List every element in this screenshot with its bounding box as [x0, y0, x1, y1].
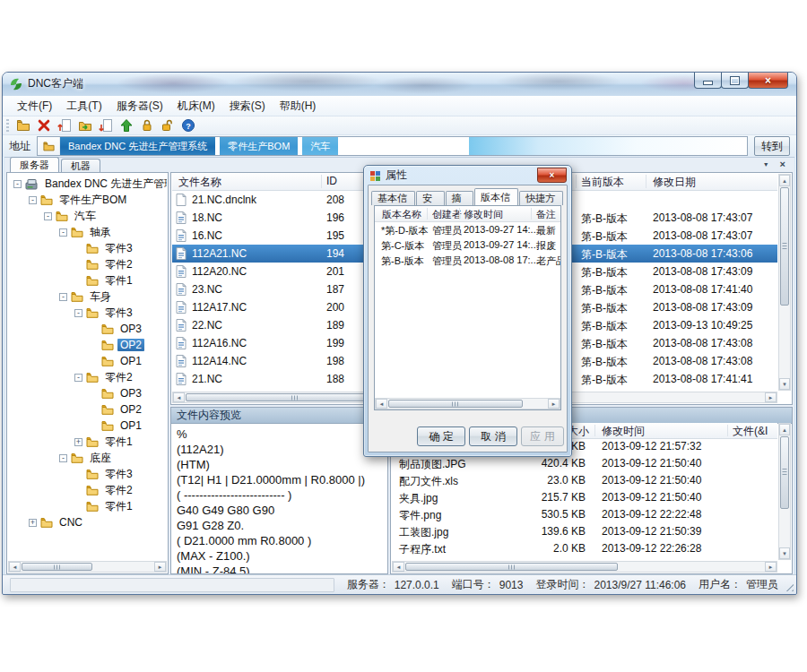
scroll-up-icon[interactable]: ▲	[779, 424, 790, 435]
tab-machine[interactable]: 机器	[61, 159, 100, 172]
breadcrumb-car[interactable]: 汽车	[302, 137, 338, 155]
column-remark[interactable]: 备注	[536, 208, 556, 221]
collapse-icon[interactable]: -	[13, 180, 22, 188]
title-bar[interactable]: DNC客户端 ×	[3, 73, 796, 96]
scroll-thumb[interactable]	[388, 400, 523, 408]
tree-item[interactable]: 零件2	[8, 256, 167, 272]
breadcrumb-body[interactable]: 车身	[343, 137, 378, 155]
collapse-icon[interactable]: -	[44, 212, 52, 220]
tree-item[interactable]: OP3	[8, 385, 167, 401]
tab-version-info[interactable]: 版本信息	[474, 188, 518, 205]
tree-item[interactable]: 零件3	[8, 466, 167, 482]
scroll-thumb[interactable]	[780, 187, 789, 306]
scroll-thumb[interactable]	[780, 436, 789, 509]
tree-item[interactable]: 零件1	[8, 272, 167, 289]
scroll-left-icon[interactable]: ◄	[376, 399, 387, 409]
tree-item[interactable]: -零件生产BOM	[8, 192, 167, 208]
tree-item[interactable]: OP2	[8, 401, 167, 418]
tree-item[interactable]: -车身	[8, 289, 167, 305]
tree-item[interactable]: 零件2	[8, 482, 167, 498]
column-modified-time[interactable]: 修改时间	[602, 424, 645, 439]
tree-item[interactable]: OP1	[8, 353, 167, 369]
tree-item[interactable]: -零件2	[8, 369, 167, 385]
breadcrumb-part3[interactable]: 零件3	[383, 137, 424, 155]
attachment-row[interactable]: 夹具.jpg215.7 KB2013-09-12 21:50:40	[392, 489, 777, 506]
address-box[interactable]: Bandex DNC 先进生产管理系统 零件生产BOM 汽车 车身 零件3 OP…	[37, 136, 748, 156]
collapse-icon[interactable]: -	[29, 196, 37, 204]
scroll-right-icon[interactable]: ►	[765, 392, 777, 402]
tab-server[interactable]: 服务器	[10, 157, 59, 172]
resize-grip-icon[interactable]	[783, 581, 794, 591]
column-id[interactable]: ID	[326, 175, 337, 187]
expand-icon[interactable]: +	[74, 438, 82, 446]
help-button[interactable]: ?	[179, 117, 196, 134]
scroll-down-icon[interactable]: ▼	[779, 547, 790, 559]
collapse-icon[interactable]: -	[59, 454, 67, 462]
tree-item[interactable]: OP1	[8, 418, 167, 434]
scroll-up-icon[interactable]: ▲	[779, 175, 790, 186]
version-row[interactable]: *第-D-版本管理员2013-09-27 14:...最新	[375, 222, 560, 237]
attachment-row[interactable]: 配刀文件.xls23.0 KB2013-09-12 21:50:40	[392, 472, 777, 489]
tab-shortcut[interactable]: 快捷方式	[519, 191, 563, 205]
go-button[interactable]: 转到	[754, 136, 790, 156]
tree-item[interactable]: 零件1	[8, 498, 167, 514]
toolbar-grip[interactable]	[6, 119, 9, 132]
collapse-icon[interactable]: -	[59, 293, 67, 301]
collapse-icon[interactable]: -	[74, 374, 82, 382]
dialog-title-bar[interactable]: 属性 ×	[364, 166, 571, 185]
tab-basic-info[interactable]: 基本信息	[371, 191, 415, 205]
attachment-row[interactable]: 零件.png530.5 KB2013-09-12 22:22:48	[392, 506, 777, 523]
scroll-right-icon[interactable]: ►	[548, 399, 560, 409]
menu-machine[interactable]: 机床(M)	[170, 97, 222, 116]
minimize-button[interactable]	[694, 73, 722, 89]
menu-help[interactable]: 帮助(H)	[273, 97, 324, 116]
panel-close-icon[interactable]: ×	[780, 159, 785, 170]
menu-server[interactable]: 服务器(S)	[109, 97, 170, 116]
close-button[interactable]: ×	[748, 73, 788, 89]
scroll-left-icon[interactable]: ◄	[173, 392, 185, 402]
dialog-close-button[interactable]: ×	[537, 168, 567, 183]
cancel-button[interactable]: 取 消	[469, 426, 517, 446]
column-current-version[interactable]: 当前版本	[581, 175, 624, 190]
tree-item[interactable]: -Bandex DNC 先进生产管理系统	[8, 176, 167, 192]
pin-menu-icon[interactable]: ▼	[763, 159, 769, 170]
column-file[interactable]: 文件(&I	[733, 424, 768, 439]
column-creator[interactable]: 创建者	[432, 208, 462, 221]
ok-button[interactable]: 确 定	[417, 426, 465, 446]
lock-button[interactable]	[138, 117, 155, 134]
menu-file[interactable]: 文件(F)	[10, 97, 59, 116]
expand-icon[interactable]: +	[29, 519, 37, 527]
version-row[interactable]: 第-B-版本管理员2013-08-08 17:...老产品程序	[375, 253, 560, 268]
attachment-row[interactable]: 子程序.txt2.0 KB2013-09-12 22:26:28	[392, 540, 777, 557]
tab-security[interactable]: 安全	[416, 191, 445, 205]
scroll-right-icon[interactable]: ►	[765, 562, 777, 572]
tree-item[interactable]: OP3	[8, 321, 167, 337]
version-hscrollbar[interactable]: ◄ ►	[375, 398, 560, 409]
scroll-down-icon[interactable]: ▼	[779, 378, 790, 390]
scroll-left-icon[interactable]: ◄	[393, 562, 404, 572]
file-list-vscrollbar[interactable]: ▲ ▼	[778, 174, 791, 391]
menu-tools[interactable]: 工具(T)	[59, 97, 108, 116]
scroll-right-icon[interactable]: ►	[154, 562, 166, 572]
scroll-thumb[interactable]	[405, 563, 618, 571]
column-modify-date[interactable]: 修改日期	[653, 175, 696, 190]
tree-item[interactable]: -汽车	[8, 208, 167, 224]
maximize-button[interactable]	[721, 73, 749, 89]
breadcrumb-root[interactable]: Bandex DNC 先进生产管理系统	[60, 137, 215, 155]
breadcrumb-bom[interactable]: 零件生产BOM	[220, 137, 298, 155]
tree-item[interactable]: +零件1	[8, 434, 167, 450]
tree-item[interactable]: -轴承	[8, 224, 167, 240]
version-row[interactable]: 第-C-版本管理员2013-09-27 14:...报废	[375, 237, 560, 253]
new-folder-button[interactable]	[14, 117, 31, 134]
attachments-vscrollbar[interactable]: ▲ ▼	[778, 423, 791, 560]
scroll-thumb[interactable]	[22, 563, 92, 571]
attachment-row[interactable]: 工装图.jpg139.6 KB2013-09-12 21:50:39	[392, 523, 777, 540]
send-button[interactable]	[117, 117, 134, 134]
tree-item[interactable]: -零件3	[8, 305, 167, 321]
column-version-name[interactable]: 版本名称	[382, 208, 421, 221]
tree-item[interactable]: -底座	[8, 450, 167, 466]
column-file-name[interactable]: 文件名称	[178, 175, 221, 190]
unlock-button[interactable]	[159, 117, 176, 134]
tab-summary[interactable]: 摘要	[446, 191, 474, 205]
breadcrumb-op2[interactable]: OP2	[429, 137, 464, 155]
